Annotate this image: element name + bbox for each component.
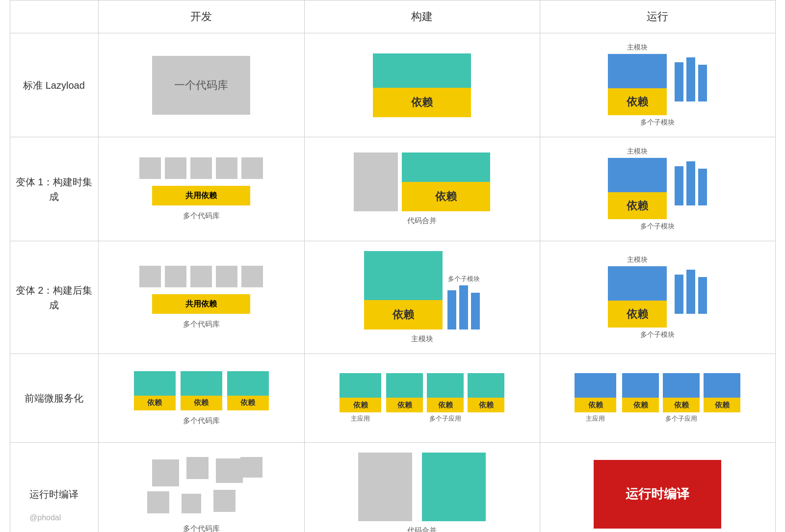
build-cell-4: 代码合并 xyxy=(304,443,540,532)
dev-cell-4: 多个代码库 xyxy=(98,443,304,532)
row-label-2: 变体 2：构建后集成 xyxy=(10,241,98,354)
run-cell-4: 运行时编译 xyxy=(540,443,775,532)
dev-cell-2: 共用依赖多个代码库 xyxy=(98,241,304,354)
row-label-3: 前端微服务化 xyxy=(10,354,98,443)
table-row: 前端微服务化依赖依赖依赖多个代码库依赖主应用依赖依赖依赖多个子应用依赖主应用依赖… xyxy=(10,354,775,443)
table-row: 变体 1：构建时集成共用依赖多个代码库依赖代码合并主模块依赖多个子模块 xyxy=(10,137,775,241)
run-cell-0: 主模块依赖多个子模块 xyxy=(540,33,775,137)
build-cell-0: 依赖 xyxy=(304,33,540,137)
col-header-dev: 开发 xyxy=(98,0,304,33)
build-cell-2: 依赖多个子模块主模块 xyxy=(304,241,540,354)
run-cell-2: 主模块依赖多个子模块 xyxy=(540,241,775,354)
row-label-1: 变体 1：构建时集成 xyxy=(10,137,98,241)
watermark: @phodal xyxy=(29,513,61,522)
run-cell-1: 主模块依赖多个子模块 xyxy=(540,137,775,241)
build-cell-3: 依赖主应用依赖依赖依赖多个子应用 xyxy=(304,354,540,443)
col-header-run: 运行 xyxy=(540,0,775,33)
table-row: 标准 Lazyload一个代码库依赖主模块依赖多个子模块 xyxy=(10,33,775,137)
table-row: 变体 2：构建后集成共用依赖多个代码库依赖多个子模块主模块主模块依赖多个子模块 xyxy=(10,241,775,354)
table-row: 运行时编译多个代码库代码合并运行时编译 xyxy=(10,443,775,532)
dev-cell-1: 共用依赖多个代码库 xyxy=(98,137,304,241)
row-label-0: 标准 Lazyload xyxy=(10,33,98,137)
build-cell-1: 依赖代码合并 xyxy=(304,137,540,241)
run-cell-3: 依赖主应用依赖依赖依赖多个子应用 xyxy=(540,354,775,443)
dev-cell-0: 一个代码库 xyxy=(98,33,304,137)
col-header-build: 构建 xyxy=(304,0,540,33)
dev-cell-3: 依赖依赖依赖多个代码库 xyxy=(98,354,304,443)
col-header-empty xyxy=(10,0,98,33)
